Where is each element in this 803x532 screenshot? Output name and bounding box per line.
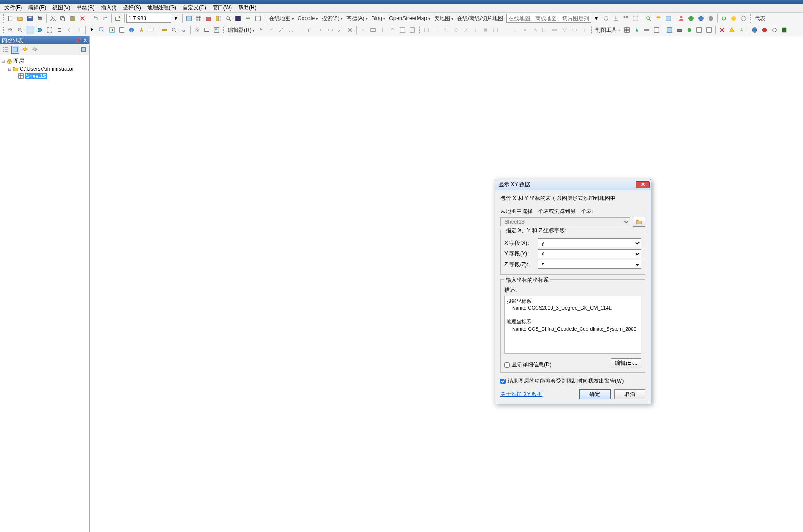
html-popup-icon[interactable]	[147, 26, 156, 34]
refresh-green-icon[interactable]	[719, 14, 728, 23]
scale-input[interactable]	[126, 14, 171, 23]
map-canvas[interactable]	[90, 36, 803, 532]
toolbar-search[interactable]: 搜索(S)	[320, 15, 345, 22]
north-arrow-icon[interactable]	[632, 26, 641, 34]
locate-icon[interactable]	[602, 14, 611, 23]
catalog-icon[interactable]	[214, 14, 223, 23]
toolbar-online-map[interactable]: 在线地图	[267, 15, 296, 22]
open-icon[interactable]	[16, 14, 25, 23]
stop-icon[interactable]	[760, 26, 769, 34]
menu-help[interactable]: 帮助(H)	[235, 3, 259, 13]
python-icon[interactable]	[234, 14, 243, 23]
new-icon[interactable]	[6, 14, 15, 23]
toolbox-icon[interactable]	[204, 14, 213, 23]
toc-list-by-visibility-icon[interactable]	[21, 46, 29, 54]
collapse-icon[interactable]: ⊟	[1, 59, 5, 64]
edit-vertex-icon[interactable]	[267, 26, 276, 34]
info-icon[interactable]	[706, 14, 715, 23]
alert-icon[interactable]	[727, 26, 736, 34]
toc-list-by-selection-icon[interactable]	[31, 46, 39, 54]
menu-window[interactable]: 窗口(W)	[210, 3, 235, 13]
show-detail-checkbox-row[interactable]: 显示详细信息(D)	[504, 361, 551, 369]
zoom-in-icon[interactable]	[6, 26, 15, 34]
goto-xy-icon[interactable]: XY	[179, 26, 188, 34]
toolbar-osm[interactable]: OpenStreetMap	[387, 15, 432, 21]
cancel-button[interactable]: 取消	[614, 389, 645, 399]
layer-list-icon[interactable]	[654, 14, 663, 23]
select-arrow-icon[interactable]	[88, 26, 97, 34]
search-win-icon[interactable]	[224, 14, 233, 23]
select-by-attr-icon[interactable]	[117, 26, 126, 34]
model-icon[interactable]	[243, 14, 252, 23]
full-extent-icon[interactable]	[35, 26, 44, 34]
arrow-down-icon[interactable]	[737, 26, 746, 34]
tree-sheet[interactable]: Sheet1$	[1, 72, 88, 80]
fixed-zoom-out-icon[interactable]	[55, 26, 64, 34]
browse-table-button[interactable]	[633, 217, 645, 227]
grid-frame-icon[interactable]	[623, 26, 632, 34]
table-icon[interactable]	[194, 14, 203, 23]
online-map-list-input[interactable]	[506, 14, 591, 23]
rotate-icon[interactable]	[388, 26, 397, 34]
add-data-icon[interactable]	[114, 14, 123, 23]
toolbar-bing[interactable]: Bing	[370, 15, 388, 21]
select-features-icon[interactable]	[98, 26, 107, 34]
del-red-icon[interactable]	[718, 26, 726, 34]
toc-list-by-source-icon[interactable]	[11, 46, 19, 54]
find-tool-icon[interactable]	[170, 26, 179, 34]
ed-tool-9-icon[interactable]	[501, 26, 510, 34]
dialog-titlebar[interactable]: 显示 XY 数据 ✕	[495, 179, 651, 190]
right-angle-icon[interactable]	[306, 26, 315, 34]
time-slider-icon[interactable]	[192, 26, 201, 34]
ed-tool-7-icon[interactable]	[481, 26, 490, 34]
pan-icon[interactable]	[26, 26, 34, 34]
excel-icon[interactable]	[780, 26, 789, 34]
feature-icon[interactable]	[705, 26, 713, 34]
fixed-zoom-in-icon[interactable]	[45, 26, 54, 34]
trace-icon[interactable]	[296, 26, 305, 34]
dropdown-icon[interactable]: ▾	[592, 14, 601, 23]
ed-tool-6-icon[interactable]	[471, 26, 480, 34]
legend-icon[interactable]	[652, 26, 661, 34]
warn-checkbox-row[interactable]: 结果图层的功能将会受到限制时向我发出警告(W)	[500, 377, 645, 385]
ed-tool-17-icon[interactable]	[580, 26, 589, 34]
menu-bookmark[interactable]: 书签(B)	[74, 3, 97, 13]
toc-close-icon[interactable]: ✕	[83, 38, 87, 43]
arc-seg-icon[interactable]	[286, 26, 295, 34]
x-field-select[interactable]: y	[538, 238, 641, 247]
hyperlink-icon[interactable]	[137, 26, 146, 34]
user-icon[interactable]	[677, 14, 686, 23]
prev-extent-icon[interactable]	[65, 26, 74, 34]
download-icon[interactable]	[611, 14, 620, 23]
collapse-icon[interactable]: ⊟	[7, 67, 12, 72]
results-icon[interactable]	[253, 14, 262, 23]
page-setup-icon[interactable]	[685, 26, 694, 34]
menu-select[interactable]: 选择(S)	[120, 3, 144, 13]
edit-annot-icon[interactable]	[368, 26, 377, 34]
scale-bar-icon[interactable]	[642, 26, 651, 34]
toolbar-tianditu[interactable]: 天地图	[432, 15, 456, 22]
ed-tool-12-icon[interactable]	[530, 26, 539, 34]
ed-tool-13-icon[interactable]	[540, 26, 549, 34]
export-map-icon[interactable]	[665, 26, 674, 34]
menu-view[interactable]: 视图(V)	[50, 3, 73, 13]
ed-tool-14-icon[interactable]	[550, 26, 559, 34]
viewer-icon[interactable]	[202, 26, 211, 34]
table-select[interactable]: Sheet1$	[500, 217, 630, 226]
edit-point-icon[interactable]	[359, 26, 367, 34]
toc-pin-icon[interactable]: 📌	[75, 38, 81, 43]
menu-insert[interactable]: 插入(I)	[98, 3, 119, 13]
ed-tool-10-icon[interactable]	[511, 26, 520, 34]
undo-icon[interactable]	[91, 14, 100, 23]
sketch-icon[interactable]	[408, 26, 417, 34]
earth-icon[interactable]	[750, 26, 759, 34]
next-extent-icon[interactable]	[75, 26, 84, 34]
overview-icon[interactable]	[212, 26, 221, 34]
mapping-tools-menu[interactable]: 制图工具	[594, 26, 622, 34]
layout-icon[interactable]	[695, 26, 704, 34]
tile-icon[interactable]	[621, 14, 630, 23]
editor-toolbar-icon[interactable]	[184, 14, 193, 23]
toc-list-by-drawing-icon[interactable]	[1, 46, 9, 54]
edit-coord-button[interactable]: 编辑(E)...	[611, 358, 641, 368]
ed-tool-1-icon[interactable]	[422, 26, 431, 34]
